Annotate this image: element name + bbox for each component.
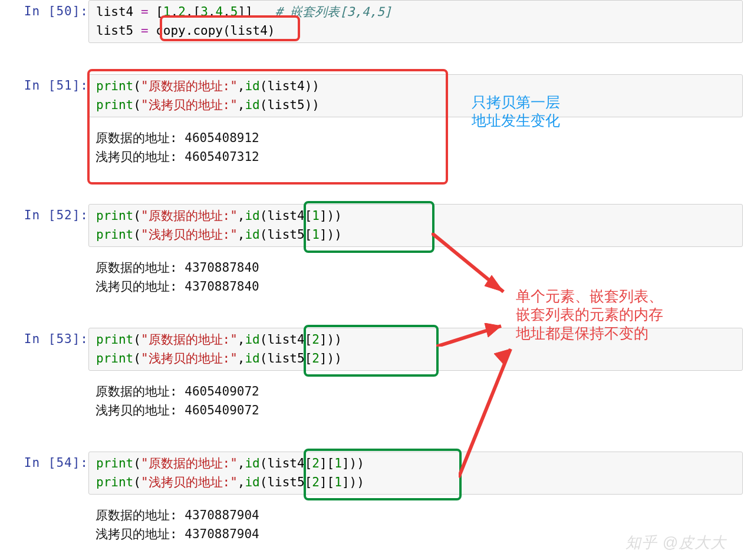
watermark: 知乎 @皮大大 <box>626 531 726 554</box>
cell-50: In [50]: list4 = [1,2,[3,4,5]] # 嵌套列表[3,… <box>0 0 744 43</box>
prompt-52: In [52]: <box>0 204 88 225</box>
annotation-blue: 只拷贝第一层 地址发生变化 <box>472 93 560 130</box>
code-54[interactable]: print("原数据的地址:",id(list4[2][1])) print("… <box>88 452 743 495</box>
code-50[interactable]: list4 = [1,2,[3,4,5]] # 嵌套列表[3,4,5] list… <box>88 0 743 43</box>
cell-51: In [51]: print("原数据的地址:",id(list4)) prin… <box>0 74 744 166</box>
output-51: 原数据的地址: 4605408912 浅拷贝的地址: 4605407312 <box>88 129 743 166</box>
cell-54: In [54]: print("原数据的地址:",id(list4[2][1])… <box>0 452 744 543</box>
annotation-red: 单个元素、嵌套列表、 嵌套列表的元素的内存 地址都是保持不变的 <box>516 287 663 342</box>
prompt-54: In [54]: <box>0 452 88 473</box>
prompt-51: In [51]: <box>0 74 88 95</box>
prompt-50: In [50]: <box>0 0 88 21</box>
cell-52: In [52]: print("原数据的地址:",id(list4[1])) p… <box>0 204 744 296</box>
code-52[interactable]: print("原数据的地址:",id(list4[1])) print("浅拷贝… <box>88 204 743 247</box>
output-53: 原数据的地址: 4605409072 浅拷贝的地址: 4605409072 <box>88 383 743 420</box>
prompt-53: In [53]: <box>0 328 88 349</box>
notebook: In [50]: list4 = [1,2,[3,4,5]] # 嵌套列表[3,… <box>0 0 744 560</box>
code-51[interactable]: print("原数据的地址:",id(list4)) print("浅拷贝的地址… <box>88 74 743 117</box>
